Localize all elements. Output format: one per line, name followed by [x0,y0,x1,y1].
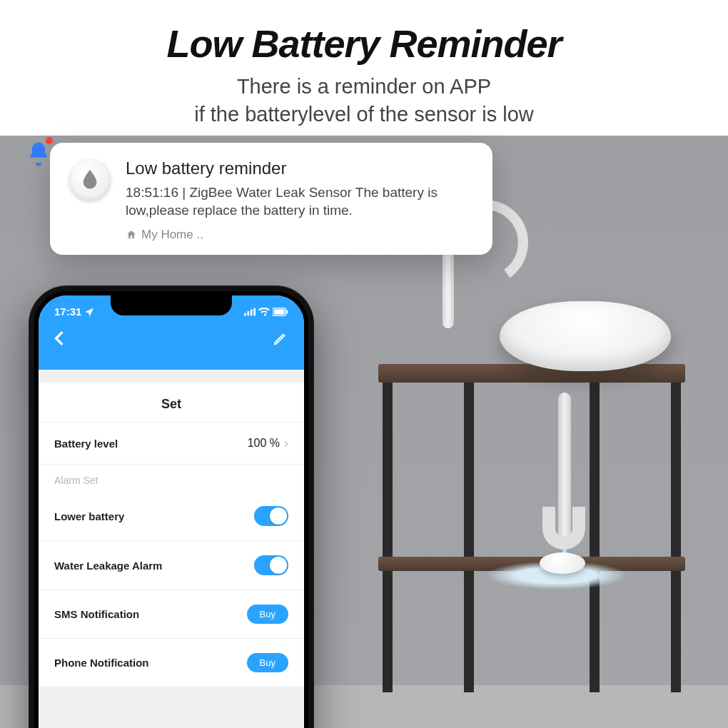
notification-body: 18:51:16 | ZigBee Water Leak Sensor The … [126,184,474,219]
notification-title: Low battery reminder [126,158,474,178]
notification-home: My Home .. [126,228,474,242]
notification-callout: Low battery reminder 18:51:16 | ZigBee W… [50,143,492,255]
lower-battery-label: Lower battery [54,510,124,522]
wifi-icon [258,308,270,316]
signal-icon [244,308,256,316]
water-leakage-toggle[interactable] [254,555,288,575]
status-time: 17:31 [54,305,81,318]
water-leakage-label: Water Leakage Alarm [54,560,162,572]
water-leak-sensor [540,552,585,574]
hero-title: Low Battery Reminder [14,21,714,66]
svg-rect-1 [247,311,249,315]
lower-battery-row[interactable]: Lower battery [39,492,304,540]
hero-subtitle: There is a reminder on APP if the batter… [14,73,714,128]
sms-buy-button[interactable]: Buy [247,605,288,624]
battery-level-label: Battery level [54,438,118,450]
phone-notification-label: Phone Notification [54,657,149,669]
screen-title: Set [39,383,304,422]
svg-rect-2 [251,309,253,315]
sms-notification-label: SMS Notification [54,608,139,620]
settings-screen: Set Battery level 100 % › Alarm Set Lowe… [39,383,304,728]
phone-notification-row[interactable]: Phone Notification Buy [39,638,304,687]
phone-mockup: 17:31 Set Battery level [29,285,314,728]
battery-level-row[interactable]: Battery level 100 % › [39,422,304,464]
alarm-set-section: Alarm Set [39,464,304,492]
battery-level-value: 100 % [248,437,280,450]
svg-rect-6 [286,310,288,314]
sink-table [378,364,685,692]
lower-battery-toggle[interactable] [254,506,288,526]
svg-rect-3 [253,308,256,315]
svg-rect-0 [244,313,246,315]
home-icon [126,229,137,241]
bell-icon [26,140,51,171]
water-drop-icon [69,158,111,201]
chevron-right-icon: › [284,437,288,450]
back-icon[interactable] [54,330,64,346]
phone-notch [111,295,232,315]
edit-icon[interactable] [273,330,288,346]
hero-subtitle-line1: There is a reminder on APP [237,75,491,98]
sms-notification-row[interactable]: SMS Notification Buy [39,590,304,638]
wash-basin [500,301,671,371]
hero: Low Battery Reminder There is a reminder… [0,0,728,136]
notification-home-label: My Home .. [141,228,203,242]
location-icon [84,307,94,317]
battery-icon [273,308,288,316]
hero-subtitle-line2: if the batterylevel of the sensor is low [194,103,534,126]
phone-buy-button[interactable]: Buy [247,653,288,672]
svg-rect-5 [274,309,285,314]
status-icons [244,308,288,316]
notification-dot-icon [46,137,53,144]
water-leakage-row[interactable]: Water Leakage Alarm [39,540,304,590]
